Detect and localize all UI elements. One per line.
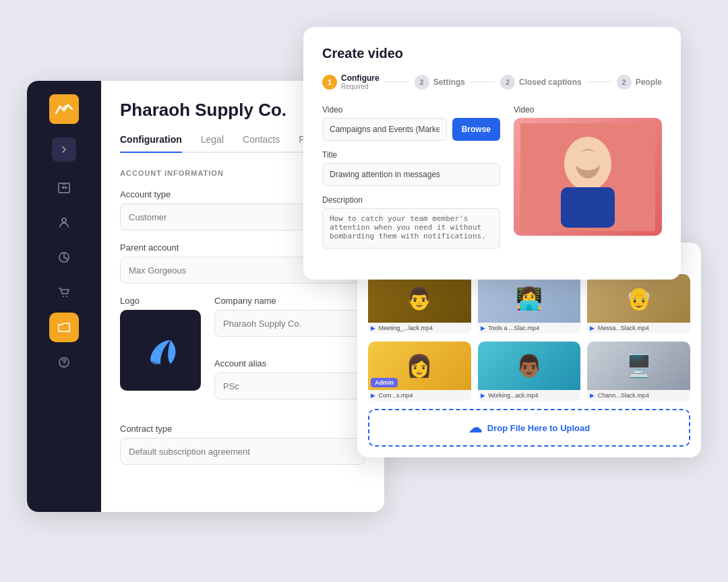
logo-box: [120, 310, 201, 391]
upload-icon: ☁: [468, 420, 482, 436]
media-item-5[interactable]: 👨🏾 ▶ Working...ack.mp4: [478, 342, 581, 402]
svg-rect-13: [561, 187, 615, 228]
media-item-6[interactable]: 🖥️ ▶ Chann...Slack.mp4: [587, 342, 690, 402]
sidebar: [27, 81, 101, 512]
step-2: 2 Settings: [415, 75, 465, 90]
company-name-label: Company name: [214, 296, 365, 306]
company-name-group: Company name: [214, 296, 365, 337]
video-panel-title: Create video: [322, 46, 662, 61]
step-3-circle: 2: [500, 75, 515, 90]
video-form-layout: Video Browse Title Description How to ca…: [322, 105, 662, 261]
sidebar-item-help[interactable]: [49, 348, 79, 377]
contract-type-group: Contract type: [120, 424, 365, 465]
media-caption-4: ▶ Com...s.mp4: [368, 390, 471, 401]
media-item-4[interactable]: 👩 Admin ▶ Com...s.mp4: [368, 342, 471, 402]
media-caption-1: ▶ Meeting_...lack.mp4: [368, 323, 471, 333]
media-grid: 👨 ▶ Meeting_...lack.mp4 👩‍💻 ▶ Tools a ..…: [368, 274, 690, 402]
step-1: 1 Configure Required: [322, 73, 380, 90]
step-1-labels: Configure Required: [341, 73, 380, 90]
sidebar-nav: [49, 172, 79, 498]
step-4-label: People: [636, 77, 662, 87]
video-form-left: Video Browse Title Description How to ca…: [322, 105, 500, 261]
sidebar-item-building[interactable]: [49, 172, 79, 202]
svg-rect-1: [62, 187, 64, 189]
title-input[interactable]: [322, 163, 500, 186]
video-panel: Create video 1 Configure Required 2 Sett…: [303, 27, 681, 280]
media-item-3[interactable]: 👴 ▶ Messa...Slack.mp4: [587, 274, 690, 335]
step-1-circle: 1: [322, 75, 337, 90]
media-caption-5: ▶ Working...ack.mp4: [478, 390, 581, 401]
description-field-group: Description How to catch your team membe…: [322, 195, 500, 251]
video-icon-4: ▶: [371, 392, 375, 399]
account-alias-label: Account alias: [214, 358, 365, 368]
video-input-row: Browse: [322, 118, 500, 141]
step-1-label: Configure: [341, 73, 380, 83]
media-caption-2: ▶ Tools a ...Slac.mp4: [478, 323, 581, 333]
tab-configuration[interactable]: Configuration: [120, 134, 182, 152]
svg-point-9: [63, 365, 65, 366]
svg-point-4: [62, 218, 66, 222]
logo-section: Logo Company name Account alias: [120, 296, 365, 412]
nav-arrow[interactable]: [52, 137, 76, 162]
svg-point-14: [574, 150, 601, 170]
browse-button[interactable]: Browse: [452, 118, 500, 141]
account-alias-input[interactable]: [214, 373, 365, 399]
video-field-group: Video Browse: [322, 105, 500, 141]
step-4-circle: 2: [617, 75, 632, 90]
wizard-steps: 1 Configure Required 2 Settings 2 Closed…: [322, 73, 662, 90]
step-connector-1: [385, 82, 409, 82]
drop-zone[interactable]: ☁ Drop File Here to Upload: [368, 409, 690, 447]
tab-contacts[interactable]: Contacts: [243, 134, 280, 152]
company-name-input[interactable]: [214, 310, 365, 337]
contract-type-label: Contract type: [120, 424, 365, 434]
media-item-2[interactable]: 👩‍💻 ▶ Tools a ...Slac.mp4: [478, 274, 581, 335]
media-caption-3: ▶ Messa...Slack.mp4: [587, 323, 690, 333]
media-item-1[interactable]: 👨 ▶ Meeting_...lack.mp4: [368, 274, 471, 335]
company-logo: [49, 94, 79, 124]
video-icon-6: ▶: [590, 392, 595, 399]
sidebar-item-chart[interactable]: [49, 243, 79, 272]
account-alias-group: Account alias: [214, 358, 365, 399]
title-field-group: Title: [322, 150, 500, 186]
svg-point-7: [66, 296, 67, 297]
video-preview-right: Video: [514, 105, 662, 261]
video-preview-label: Video: [514, 105, 662, 115]
step-2-label: Settings: [433, 77, 465, 87]
video-preview-image: [514, 118, 662, 236]
video-field-label: Video: [322, 105, 500, 115]
contract-type-input[interactable]: [120, 438, 365, 465]
step-2-circle: 2: [415, 75, 429, 90]
step-connector-3: [587, 82, 611, 82]
svg-point-6: [63, 296, 64, 297]
media-caption-6: ▶ Chann...Slack.mp4: [587, 390, 690, 401]
video-icon-5: ▶: [481, 392, 485, 399]
admin-badge: Admin: [371, 378, 398, 387]
logo-container: Logo: [120, 296, 201, 412]
logo-fields: Company name Account alias: [214, 296, 365, 412]
description-textarea[interactable]: How to catch your team member's attentio…: [322, 208, 500, 249]
step-4: 2 People: [617, 75, 662, 90]
description-field-label: Description: [322, 195, 500, 205]
video-icon-1: ▶: [371, 325, 375, 331]
drop-zone-text: Drop File Here to Upload: [487, 423, 590, 433]
video-icon-2: ▶: [481, 325, 485, 331]
sidebar-item-cart[interactable]: [49, 278, 79, 307]
video-icon-3: ▶: [590, 325, 595, 331]
step-3-label: Closed captions: [519, 77, 582, 87]
sidebar-item-user[interactable]: [49, 207, 79, 237]
step-connector-2: [471, 82, 495, 82]
svg-rect-2: [65, 187, 67, 189]
video-input[interactable]: [322, 118, 447, 141]
title-field-label: Title: [322, 150, 500, 160]
sidebar-item-folder[interactable]: [49, 313, 79, 342]
svg-rect-3: [62, 183, 66, 185]
tab-legal[interactable]: Legal: [201, 134, 224, 152]
logo-label: Logo: [120, 296, 201, 306]
step-3: 2 Closed captions: [500, 75, 582, 90]
step-1-sublabel: Required: [341, 83, 380, 90]
